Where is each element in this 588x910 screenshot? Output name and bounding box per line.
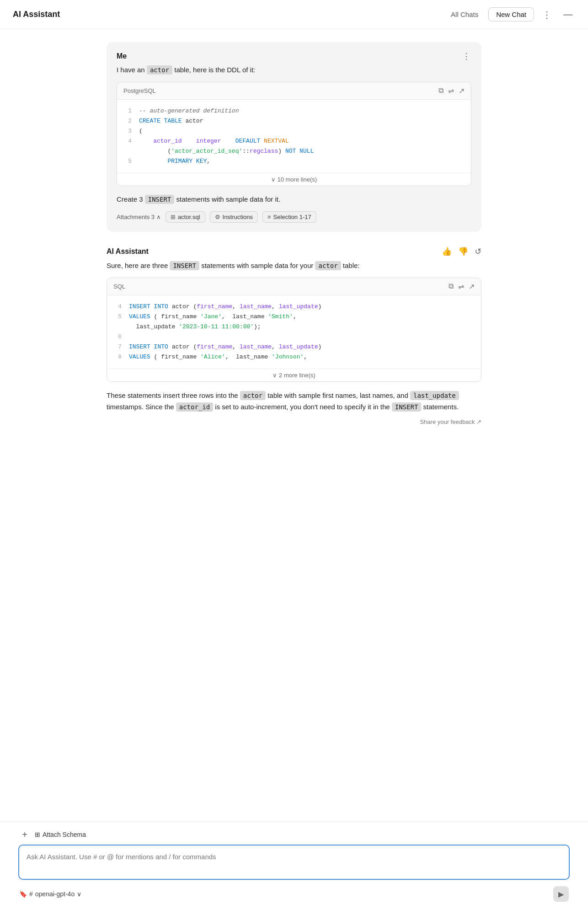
all-chats-button[interactable]: All Chats bbox=[446, 8, 483, 21]
feedback-row: Share your feedback ↗ bbox=[107, 418, 481, 426]
sql-line-8: 8 VALUES ( first_name 'Alice', last_name… bbox=[114, 352, 474, 362]
attachment-label: actor.sql bbox=[178, 214, 200, 220]
ai-response-text: Sure, here are three INSERT statements w… bbox=[107, 260, 481, 271]
insert-inline-code-ai: INSERT bbox=[170, 261, 199, 270]
insert-explanation-code: INSERT bbox=[392, 402, 422, 412]
sql-line-5: 5 VALUES ( first_name 'Jane', last_name … bbox=[114, 312, 474, 322]
sql-code-block: SQL ⧉ ⇌ ↗ 4 INSERT INTO actor (first_nam… bbox=[107, 278, 481, 382]
sql-more-lines[interactable]: ∨ 2 more line(s) bbox=[107, 369, 481, 381]
add-attachment-button[interactable]: + bbox=[18, 828, 31, 841]
code-lang-label: PostgreSQL bbox=[123, 87, 156, 94]
attach-schema-label: Attach Schema bbox=[43, 831, 86, 838]
send-icon: ▶ bbox=[558, 890, 564, 899]
attach-schema-button[interactable]: ⊞ Attach Schema bbox=[35, 831, 86, 838]
attachment-instructions[interactable]: ⚙ Instructions bbox=[210, 211, 258, 223]
attach-row: + ⊞ Attach Schema bbox=[18, 828, 570, 841]
header: AI Assistant All Chats New Chat ⋮ — bbox=[0, 0, 588, 29]
close-button[interactable]: — bbox=[561, 7, 575, 21]
attachment-selection[interactable]: ≡ Selection 1-17 bbox=[262, 211, 316, 223]
actor-inline-code-ai: actor bbox=[315, 261, 341, 270]
model-label: openai-gpt-4o bbox=[35, 890, 75, 898]
open-sql-icon[interactable]: ↗ bbox=[469, 282, 475, 291]
user-message-bubble: Me ⋮ I have an actor table, here is the … bbox=[107, 42, 481, 232]
actor-id-explanation-code: actor_id bbox=[176, 402, 213, 412]
user-message-text: I have an actor table, here is the DDL o… bbox=[117, 65, 471, 75]
message-options-icon[interactable]: ⋮ bbox=[462, 51, 471, 61]
input-footer: 🔖 # openai-gpt-4o ∨ ▶ bbox=[18, 886, 570, 902]
copy-sql-icon[interactable]: ⧉ bbox=[449, 282, 454, 290]
code-block-actions: ⧉ ⇌ ↗ bbox=[438, 86, 465, 95]
schema-icon: ⊞ bbox=[35, 831, 40, 838]
main-content: Me ⋮ I have an actor table, here is the … bbox=[88, 29, 500, 504]
table-icon: ⊞ bbox=[171, 214, 176, 220]
gear-icon: ⚙ bbox=[215, 214, 220, 220]
insert-inline-code: INSERT bbox=[145, 195, 175, 204]
user-message-text2: Create 3 INSERT statements with sample d… bbox=[117, 194, 471, 205]
sql-code-content: 4 INSERT INTO actor (first_name, last_na… bbox=[107, 295, 481, 369]
text-after-code: table, here is the DDL of it: bbox=[174, 66, 255, 74]
chat-input[interactable] bbox=[18, 845, 570, 880]
ai-label: AI Assistant bbox=[107, 247, 149, 256]
user-label: Me bbox=[117, 52, 127, 60]
more-options-icon[interactable]: ⋮ bbox=[540, 7, 555, 22]
attachment-label: Selection 1-17 bbox=[273, 214, 311, 220]
attachments-label[interactable]: Attachments 3 ∧ bbox=[117, 214, 161, 220]
sql-code-block-header: SQL ⧉ ⇌ ↗ bbox=[107, 278, 481, 295]
explanation-text: These statements insert three rows into … bbox=[107, 390, 481, 413]
ai-actions: 👍 👎 ↺ bbox=[442, 246, 481, 257]
model-selector[interactable]: 🔖 # openai-gpt-4o ∨ bbox=[19, 890, 81, 898]
code-content: 1 -- auto-generated definition 2 CREATE … bbox=[117, 100, 471, 173]
attachments-section: Attachments 3 ∧ ⊞ actor.sql ⚙ Instructio… bbox=[117, 211, 471, 223]
lines-icon: ≡ bbox=[267, 214, 271, 220]
sql-line-6: 6 bbox=[114, 332, 474, 342]
sql-line-4: 4 INSERT INTO actor (first_name, last_na… bbox=[114, 302, 474, 312]
code-more-lines[interactable]: ∨ 10 more line(s) bbox=[117, 173, 471, 186]
sql-lang-label: SQL bbox=[113, 283, 125, 290]
actor-explanation-code: actor bbox=[240, 391, 266, 400]
sql-code-actions: ⧉ ⇌ ↗ bbox=[449, 282, 475, 291]
code-line-1: 1 -- auto-generated definition bbox=[124, 106, 464, 116]
format-sql-icon[interactable]: ⇌ bbox=[458, 282, 464, 291]
app-title: AI Assistant bbox=[13, 10, 60, 19]
header-actions: All Chats New Chat ⋮ — bbox=[446, 7, 575, 22]
user-message-header: Me ⋮ bbox=[117, 51, 471, 61]
model-hash: # bbox=[29, 890, 33, 898]
sql-line-5b: last_update '2023-10-11 11:00:00'); bbox=[114, 322, 474, 332]
ai-response-header: AI Assistant 👍 👎 ↺ bbox=[107, 246, 481, 257]
statements-text: statements with sample data for it. bbox=[176, 195, 280, 203]
attachment-label: Instructions bbox=[223, 214, 253, 220]
last-update-explanation-code: last_update bbox=[410, 391, 459, 400]
sql-line-7: 7 INSERT INTO actor (first_name, last_na… bbox=[114, 342, 474, 352]
create-text: Create 3 bbox=[117, 195, 143, 203]
postgresql-code-block: PostgreSQL ⧉ ⇌ ↗ 1 -- auto-generated def… bbox=[117, 82, 471, 187]
copy-code-icon[interactable]: ⧉ bbox=[438, 86, 444, 95]
code-line-5: 5 PRIMARY KEY, bbox=[124, 156, 464, 166]
open-code-icon[interactable]: ↗ bbox=[459, 86, 465, 95]
code-line-2: 2 CREATE TABLE actor bbox=[124, 116, 464, 126]
text-before-code: I have an bbox=[117, 66, 145, 74]
feedback-link[interactable]: Share your feedback ↗ bbox=[420, 418, 481, 425]
thumbs-down-icon[interactable]: 👎 bbox=[458, 246, 468, 257]
input-area: + ⊞ Attach Schema 🔖 # openai-gpt-4o ∨ ▶ bbox=[0, 821, 588, 910]
code-line-4: 4 actor_id integer DEFAULT NEXTVAL bbox=[124, 136, 464, 146]
model-chevron-icon: ∨ bbox=[77, 890, 81, 898]
code-line-3: 3 ( bbox=[124, 126, 464, 136]
format-code-icon[interactable]: ⇌ bbox=[448, 86, 454, 95]
send-button[interactable]: ▶ bbox=[553, 886, 569, 902]
new-chat-button[interactable]: New Chat bbox=[488, 7, 534, 21]
actor-inline-code: actor bbox=[147, 65, 172, 75]
thumbs-up-icon[interactable]: 👍 bbox=[442, 246, 452, 257]
code-block-header: PostgreSQL ⧉ ⇌ ↗ bbox=[117, 82, 471, 100]
code-line-4b: ('actor_actor_id_seq'::regclass) NOT NUL… bbox=[124, 146, 464, 156]
model-bookmark-icon: 🔖 bbox=[19, 890, 27, 898]
attachment-actor-sql[interactable]: ⊞ actor.sql bbox=[166, 211, 205, 223]
ai-response: AI Assistant 👍 👎 ↺ Sure, here are three … bbox=[107, 246, 481, 426]
refresh-icon[interactable]: ↺ bbox=[475, 246, 481, 257]
